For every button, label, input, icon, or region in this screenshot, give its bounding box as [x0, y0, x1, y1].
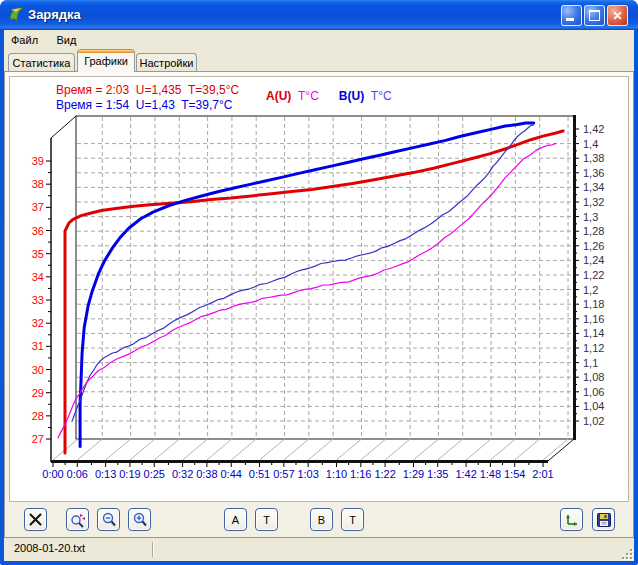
close-button[interactable]: ✕	[607, 5, 628, 26]
tab-statistics[interactable]: Статистика	[8, 53, 75, 72]
svg-text:0:25: 0:25	[144, 468, 165, 480]
tab-graphs[interactable]: Графики	[77, 49, 135, 72]
menu-bar: Файл Вид	[4, 30, 634, 49]
svg-text:1,26: 1,26	[583, 240, 604, 252]
chart-svg[interactable]: 1,421,41,381,361,341,321,31,281,261,241,…	[10, 77, 628, 501]
magnifier-plus-icon	[132, 512, 148, 528]
legend-b-temp: T°C	[371, 89, 392, 103]
status-filename: 2008-01-20.txt	[14, 542, 85, 554]
series-b-temp-button[interactable]: T	[341, 508, 364, 531]
x-icon	[28, 512, 43, 527]
zoom-in-button[interactable]	[128, 508, 151, 531]
svg-text:34: 34	[32, 271, 44, 283]
svg-text:0:51: 0:51	[249, 468, 270, 480]
minimize-icon	[566, 18, 574, 21]
svg-text:1,38: 1,38	[583, 152, 604, 164]
status-divider	[152, 542, 154, 557]
magnifier-arrows-icon	[70, 512, 86, 528]
svg-text:0:44: 0:44	[220, 468, 241, 480]
svg-text:1:42: 1:42	[455, 468, 476, 480]
series-legend: A(U) T°C B(U) T°C	[266, 89, 392, 103]
close-icon: ✕	[612, 10, 622, 22]
zoom-out-button[interactable]	[97, 508, 120, 531]
svg-text:1,34: 1,34	[583, 181, 604, 193]
axes-toggle-button[interactable]	[560, 508, 583, 531]
svg-text:37: 37	[32, 201, 44, 213]
series-a-voltage-button[interactable]: A	[224, 508, 247, 531]
svg-text:1:22: 1:22	[374, 468, 395, 480]
svg-text:2:01: 2:01	[532, 468, 553, 480]
graphs-tab-page: 1,421,41,381,361,341,321,31,281,261,241,…	[4, 71, 634, 538]
svg-text:1,24: 1,24	[583, 254, 604, 266]
svg-text:1,08: 1,08	[583, 371, 604, 383]
svg-text:1,06: 1,06	[583, 386, 604, 398]
menu-file[interactable]: Файл	[4, 32, 45, 46]
series-b-voltage-button[interactable]: B	[310, 508, 333, 531]
svg-text:1,28: 1,28	[583, 225, 604, 237]
svg-text:32: 32	[32, 317, 44, 329]
svg-text:1,2: 1,2	[583, 284, 598, 296]
svg-text:1:35: 1:35	[427, 468, 448, 480]
minimize-button[interactable]	[561, 5, 582, 26]
legend-gap	[291, 89, 298, 103]
svg-text:0:32: 0:32	[172, 468, 193, 480]
svg-text:0:13: 0:13	[95, 468, 116, 480]
menu-view[interactable]: Вид	[50, 32, 84, 46]
magnifier-minus-icon	[101, 512, 117, 528]
svg-text:35: 35	[32, 248, 44, 260]
save-icon	[596, 512, 612, 528]
svg-text:38: 38	[32, 178, 44, 190]
legend-a-temp: T°C	[298, 89, 319, 103]
svg-text:1:48: 1:48	[480, 468, 501, 480]
svg-text:0:57: 0:57	[273, 468, 294, 480]
svg-text:1,14: 1,14	[583, 327, 604, 339]
svg-text:1:29: 1:29	[403, 468, 424, 480]
svg-text:27: 27	[32, 433, 44, 445]
svg-text:39: 39	[32, 155, 44, 167]
svg-text:0:00: 0:00	[42, 468, 63, 480]
svg-text:1,42: 1,42	[583, 123, 604, 135]
maximize-button[interactable]	[584, 5, 605, 26]
save-button[interactable]	[592, 508, 615, 531]
svg-text:29: 29	[32, 387, 44, 399]
legend-b-voltage: B(U)	[339, 89, 364, 103]
svg-text:1,22: 1,22	[583, 269, 604, 281]
legend-reading-a: Время = 2:03 U=1,435 T=39,5°C	[56, 83, 239, 97]
svg-text:1:10: 1:10	[326, 468, 347, 480]
svg-text:30: 30	[32, 364, 44, 376]
legend-gap	[364, 89, 371, 103]
svg-text:0:06: 0:06	[67, 468, 88, 480]
tab-settings[interactable]: Настройки	[136, 53, 197, 72]
svg-text:1,04: 1,04	[583, 400, 604, 412]
resize-grip[interactable]	[620, 547, 632, 559]
svg-text:0:19: 0:19	[119, 468, 140, 480]
svg-text:1:54: 1:54	[504, 468, 525, 480]
axes-icon	[564, 512, 580, 528]
maximize-icon	[589, 10, 600, 21]
svg-text:1,32: 1,32	[583, 196, 604, 208]
svg-text:28: 28	[32, 410, 44, 422]
svg-text:1,4: 1,4	[583, 138, 598, 150]
svg-text:33: 33	[32, 294, 44, 306]
legend-gap	[319, 89, 339, 103]
client-area: Файл Вид Статистика Графики Настройки 1,…	[4, 30, 634, 561]
svg-text:1:16: 1:16	[350, 468, 371, 480]
svg-text:0:38: 0:38	[196, 468, 217, 480]
series-a-temp-button[interactable]: T	[255, 508, 278, 531]
svg-text:1,18: 1,18	[583, 298, 604, 310]
svg-text:1,16: 1,16	[583, 313, 604, 325]
title-bar[interactable]: Зарядка ✕	[0, 0, 638, 30]
svg-text:1,02: 1,02	[583, 415, 604, 427]
svg-text:1,36: 1,36	[583, 167, 604, 179]
app-window: Зарядка ✕ Файл Вид Статистика Графики На…	[0, 0, 638, 565]
window-title: Зарядка	[28, 0, 81, 30]
svg-text:1:03: 1:03	[297, 468, 318, 480]
svg-text:31: 31	[32, 340, 44, 352]
app-icon	[8, 6, 26, 24]
legend-reading-b: Время = 1:54 U=1,43 T=39,7°C	[56, 98, 232, 112]
clear-chart-button[interactable]	[24, 508, 47, 531]
svg-text:1,1: 1,1	[583, 357, 598, 369]
zoom-reset-button[interactable]	[66, 508, 89, 531]
status-bar: 2008-01-20.txt	[4, 537, 634, 561]
legend-a-voltage: A(U)	[266, 89, 291, 103]
